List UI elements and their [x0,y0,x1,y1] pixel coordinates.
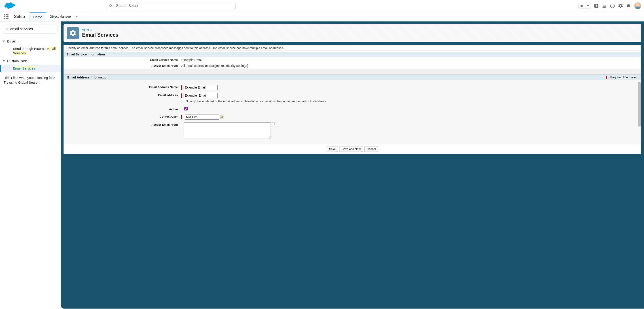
bell-icon[interactable] [626,3,631,8]
setup-quick-find[interactable] [3,24,58,34]
required-marker [181,94,182,98]
global-header: ? [0,0,644,12]
quick-find-input[interactable] [10,27,55,31]
svg-rect-7 [274,124,274,126]
input-email-address-name[interactable] [184,85,218,90]
cancel-button[interactable]: Cancel [364,146,378,152]
svg-rect-3 [220,115,224,119]
page-header: SETUP Email Services [64,24,641,42]
global-search-input[interactable] [116,4,233,8]
section-email-address-info: Email Address Information = Required Inf… [64,74,641,80]
tree-item-email-services[interactable]: Email Services [0,64,60,72]
favorites-control[interactable] [578,3,591,9]
chevron-down-icon [2,59,5,62]
checkbox-active[interactable] [184,107,188,110]
label-email-address: Email address [64,93,180,98]
setup-gear-icon [67,27,79,39]
label-active: Active [64,107,180,112]
required-marker [181,86,182,90]
required-marker [181,115,182,119]
trailhead-icon[interactable] [602,3,607,8]
page-breadcrumb: SETUP [82,28,118,32]
lookup-icon[interactable] [220,115,224,119]
textarea-accept-email-from[interactable] [184,122,271,138]
label-email-service-name: Email Service Name [64,58,180,62]
email-service-form-panel: Specify an email address for this email … [64,45,641,154]
required-legend: = Required Information [606,76,638,79]
help-email-address: Specify the local-part of the email addr… [186,100,327,103]
context-nav-bar: Setup Home Object Manager [0,12,644,22]
star-icon [580,4,584,8]
save-button[interactable]: Save [327,146,338,152]
input-email-address[interactable] [184,93,218,98]
setup-sidebar: Email Send through External Email Servic… [0,22,61,308]
page-title: Email Services [82,32,118,38]
label-context-user: Context User [64,114,180,119]
tab-object-manager-label: Object Manager [50,15,72,18]
tab-object-manager[interactable]: Object Manager [46,12,82,21]
header-actions: ? [578,2,641,10]
label-accept-email-from-info: Accept Email From [64,64,180,68]
tree-email-group[interactable]: Email [0,38,60,45]
save-and-new-button[interactable]: Save and New [339,146,363,152]
chevron-down-icon [75,15,78,18]
search-icon [6,28,8,31]
value-accept-email-from-info: All email addresses (subject to security… [180,64,250,68]
tree-email-label: Email [7,39,16,43]
chevron-down-icon [586,4,589,7]
info-icon[interactable] [272,122,276,126]
tree-custom-code-group[interactable]: Custom Code [0,57,60,64]
apps-grid-icon [4,14,8,19]
tab-home[interactable]: Home [30,12,46,21]
app-launcher-button[interactable] [0,12,12,21]
global-search[interactable] [106,2,236,10]
tree-custom-code-label: Custom Code [7,59,28,63]
chevron-down-icon [2,40,5,43]
section-email-address-info-label: Email Address Information [67,76,108,79]
app-name: Setup [12,12,30,21]
user-avatar[interactable] [634,2,641,10]
add-icon[interactable] [594,3,599,8]
section-email-service-info: Email Service Information [64,52,641,57]
label-accept-email-from: Accept Email From [64,122,180,127]
label-email-address-name: Email Address Name [64,85,180,90]
button-row: Save Save and New Cancel [64,144,641,154]
gear-icon[interactable] [618,3,623,8]
content-area: SETUP Email Services Specify an email ad… [61,22,644,308]
no-results-help: Didn't find what you're looking for? Try… [0,72,60,88]
tree-item-send-external[interactable]: Send through External Email Services [0,45,60,57]
svg-text:?: ? [612,4,613,8]
search-icon [109,4,112,8]
salesforce-logo-icon[interactable] [4,2,15,10]
setup-tree: Email Send through External Email Servic… [0,37,60,72]
value-email-service-name: Example Email [180,58,204,62]
intro-text: Specify an email address for this email … [64,46,641,51]
input-context-user[interactable] [185,114,219,120]
help-icon[interactable]: ? [610,3,615,8]
svg-point-6 [274,123,274,124]
